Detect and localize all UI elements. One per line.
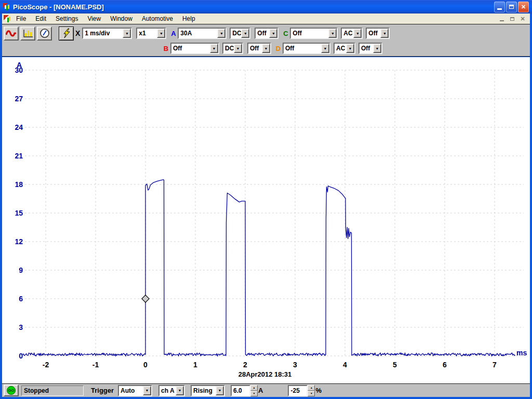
spin-down-icon[interactable]: ▼ bbox=[250, 391, 258, 396]
svg-text:12: 12 bbox=[15, 237, 23, 246]
mdi-close-icon: ✕ bbox=[520, 16, 525, 22]
trigger-mode-select[interactable]: Auto ▼ bbox=[118, 385, 152, 396]
menu-settings[interactable]: Settings bbox=[51, 14, 83, 23]
svg-text:24: 24 bbox=[15, 123, 23, 131]
channel-b-range-select[interactable]: Off ▼ bbox=[170, 43, 219, 54]
picoscope-logo-icon bbox=[2, 3, 10, 11]
title-bar[interactable]: PicoScope - [NONAME.PSD] ✕ bbox=[0, 0, 532, 14]
trigger-level-spinner: ▲ ▼ bbox=[250, 385, 258, 396]
toolbar: X 1 ms/div ▼ x1 ▼ A 30A ▼ DC ▼ Off ▼ C bbox=[2, 24, 530, 57]
mdi-minimize-button[interactable] bbox=[498, 15, 506, 22]
channel-a-range-select[interactable]: 30A ▼ bbox=[178, 28, 227, 39]
svg-text:1: 1 bbox=[193, 361, 197, 369]
minimize-icon bbox=[497, 8, 502, 10]
chevron-down-icon[interactable]: ▼ bbox=[234, 44, 242, 53]
chevron-down-icon[interactable]: ▼ bbox=[217, 29, 225, 38]
menu-automotive[interactable]: Automotive bbox=[137, 14, 178, 23]
svg-text:30: 30 bbox=[15, 66, 23, 74]
menu-view[interactable]: View bbox=[83, 14, 105, 23]
channel-b-coupling-select[interactable]: DC ▼ bbox=[222, 43, 243, 54]
trigger-delay-unit: % bbox=[315, 387, 322, 394]
channel-c-option-select[interactable]: Off ▼ bbox=[366, 28, 390, 39]
trigger-level-unit: A bbox=[258, 387, 263, 394]
waveform-plot[interactable]: A036912151821242730-2-101234567ms28Apr20… bbox=[2, 57, 530, 383]
close-button[interactable]: ✕ bbox=[518, 2, 529, 12]
channel-d-coupling-select[interactable]: AC ▼ bbox=[334, 43, 355, 54]
svg-text:5: 5 bbox=[393, 361, 397, 369]
channel-c-range-select[interactable]: Off ▼ bbox=[290, 28, 338, 39]
chevron-down-icon[interactable]: ▼ bbox=[380, 29, 389, 38]
maximize-button[interactable] bbox=[506, 2, 517, 12]
spectrum-view-button[interactable] bbox=[20, 26, 35, 41]
status-bar: GO Stopped Trigger Auto ▼ ch A ▼ Rising … bbox=[2, 383, 530, 397]
chevron-down-icon[interactable]: ▼ bbox=[157, 29, 165, 38]
window-title: PicoScope - [NONAME.PSD] bbox=[13, 3, 494, 11]
meter-view-button[interactable] bbox=[37, 26, 52, 41]
svg-text:27: 27 bbox=[15, 95, 23, 103]
channel-c-coupling-select[interactable]: AC ▼ bbox=[341, 28, 363, 39]
multiplier-select[interactable]: x1 ▼ bbox=[136, 28, 166, 39]
spin-up-icon[interactable]: ▲ bbox=[308, 385, 315, 391]
mdi-restore-icon bbox=[510, 17, 514, 21]
trigger-level-input[interactable]: 6.0 bbox=[231, 385, 250, 396]
chevron-down-icon[interactable]: ▼ bbox=[241, 29, 249, 38]
go-button[interactable]: GO bbox=[4, 384, 19, 396]
chevron-down-icon[interactable]: ▼ bbox=[346, 44, 354, 53]
trigger-channel-select[interactable]: ch A ▼ bbox=[158, 385, 185, 396]
menu-bar: File Edit Settings View Window Automotiv… bbox=[2, 14, 530, 24]
chevron-down-icon[interactable]: ▼ bbox=[269, 29, 277, 38]
chevron-down-icon[interactable]: ▼ bbox=[262, 44, 270, 53]
channel-c-label: C bbox=[282, 30, 289, 37]
picoscope-logo-icon-small bbox=[3, 15, 11, 23]
timebase-select[interactable]: 1 ms/div ▼ bbox=[82, 28, 132, 39]
chevron-down-icon[interactable]: ▼ bbox=[143, 386, 151, 395]
menu-help[interactable]: Help bbox=[178, 14, 200, 23]
spectrum-bars-icon bbox=[23, 29, 33, 38]
mdi-minimize-icon bbox=[500, 20, 504, 21]
scope-view-button[interactable] bbox=[4, 26, 19, 41]
menu-window[interactable]: Window bbox=[105, 14, 137, 23]
mdi-close-button[interactable]: ✕ bbox=[518, 15, 527, 22]
menu-edit[interactable]: Edit bbox=[31, 14, 51, 23]
channel-d-option-select[interactable]: Off ▼ bbox=[358, 43, 382, 54]
trigger-delay-input[interactable]: -25 bbox=[288, 385, 308, 396]
chevron-down-icon[interactable]: ▼ bbox=[321, 44, 329, 53]
chevron-down-icon[interactable]: ▼ bbox=[328, 29, 337, 38]
svg-text:6: 6 bbox=[19, 295, 23, 303]
svg-text:18: 18 bbox=[15, 180, 23, 189]
trigger-delay-spinner: ▲ ▼ bbox=[308, 385, 315, 396]
spin-down-icon[interactable]: ▼ bbox=[308, 391, 315, 396]
spin-up-icon[interactable]: ▲ bbox=[250, 385, 258, 391]
svg-text:2: 2 bbox=[243, 361, 247, 369]
channel-d-range-select[interactable]: Off ▼ bbox=[283, 43, 330, 54]
chevron-down-icon[interactable]: ▼ bbox=[216, 386, 224, 395]
channel-a-option-select[interactable]: Off ▼ bbox=[255, 28, 278, 39]
minimize-button[interactable] bbox=[494, 2, 505, 12]
go-icon: GO bbox=[7, 386, 16, 395]
meter-gauge-icon bbox=[39, 28, 50, 38]
scope-waveform-icon bbox=[6, 29, 17, 37]
chevron-down-icon[interactable]: ▼ bbox=[373, 44, 381, 53]
trigger-edge-select[interactable]: Rising ▼ bbox=[191, 385, 225, 396]
chevron-down-icon[interactable]: ▼ bbox=[210, 44, 218, 53]
close-icon: ✕ bbox=[521, 4, 526, 10]
svg-text:6: 6 bbox=[443, 361, 447, 369]
mdi-restore-button[interactable] bbox=[508, 15, 516, 22]
svg-text:0: 0 bbox=[143, 361, 148, 369]
status-text: Stopped bbox=[21, 385, 84, 396]
chevron-down-icon[interactable]: ▼ bbox=[123, 29, 131, 38]
channel-a-coupling-select[interactable]: DC ▼ bbox=[230, 28, 250, 39]
chevron-down-icon[interactable]: ▼ bbox=[353, 29, 362, 38]
scope-display[interactable]: A036912151821242730-2-101234567ms28Apr20… bbox=[2, 57, 530, 383]
menu-file[interactable]: File bbox=[11, 14, 31, 23]
svg-text:15: 15 bbox=[15, 209, 23, 217]
trigger-marker[interactable] bbox=[142, 295, 149, 302]
svg-text:ms: ms bbox=[516, 349, 527, 357]
chevron-down-icon[interactable]: ▼ bbox=[176, 386, 184, 395]
trigger-button[interactable] bbox=[59, 26, 74, 41]
channel-d-label: D bbox=[275, 45, 282, 52]
svg-text:3: 3 bbox=[293, 361, 297, 369]
svg-text:0: 0 bbox=[19, 352, 23, 360]
svg-text:21: 21 bbox=[15, 152, 23, 160]
channel-b-option-select[interactable]: Off ▼ bbox=[247, 43, 271, 54]
